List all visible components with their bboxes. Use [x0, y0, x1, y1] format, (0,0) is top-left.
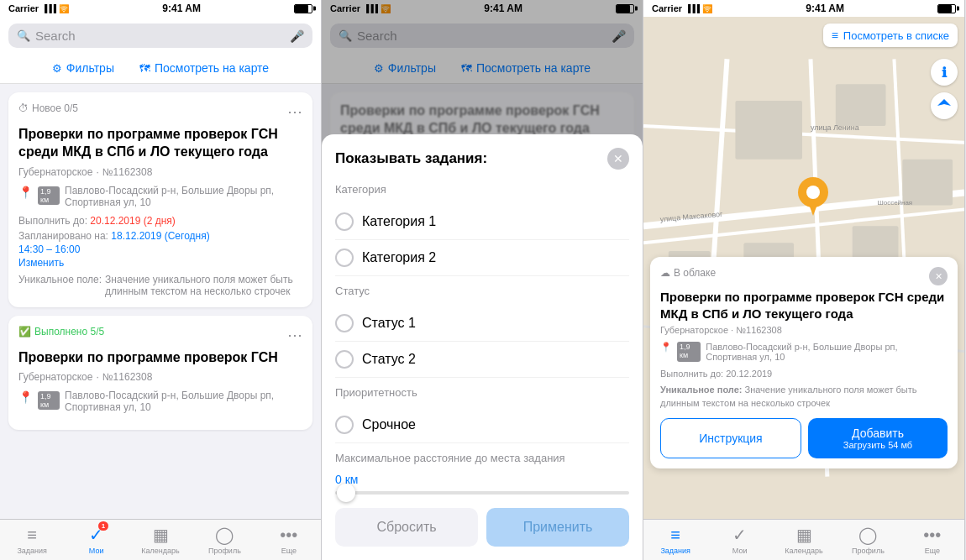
panel-3: Carrier ▐▐▐ 🛜 9:41 AM [643, 0, 965, 560]
unique-label-1: Уникальное поле: [18, 274, 102, 297]
profile-icon-1: ◯ [215, 525, 234, 545]
map-info-button[interactable]: ℹ [931, 59, 958, 86]
distance-badge-2: 1,9 км [38, 391, 60, 410]
tab-my-1[interactable]: ✓ 1 Мои [64, 525, 128, 555]
search-input-1[interactable]: Search [35, 29, 285, 43]
svg-text:Шоссейная: Шоссейная [878, 199, 913, 207]
map-info-card: ☁ В облаке ✕ Проверки по программе прове… [650, 257, 958, 468]
task-header-2: ✅ Выполнено 5/5 ⋯ [18, 326, 302, 344]
panel-2: Carrier ▐▐▐ 🛜 9:41 AM 🔍 Search 🎤 ⚙ Фильт… [322, 0, 643, 560]
calendar-icon-1: ▦ [153, 525, 169, 545]
radio-category-1 [335, 212, 354, 231]
add-button[interactable]: Добавить Загрузить 54 мб [808, 418, 948, 458]
tab-profile-1[interactable]: ◯ Профиль [192, 525, 256, 555]
filter-button-1[interactable]: ⚙ Фильтры [52, 61, 114, 75]
status-option-1[interactable]: Статус 1 [335, 306, 629, 342]
mic-icon-1[interactable]: 🎤 [290, 29, 304, 43]
reset-button[interactable]: Сбросить [335, 508, 478, 547]
tab-more-3[interactable]: ••• Еще [900, 526, 964, 555]
pin-icon-1: 📍 [18, 186, 33, 199]
task-list-1: ⏱ Новое 0/5 ⋯ Проверки по программе пров… [0, 84, 321, 519]
task-org-1: Губернаторское · №1162308 [18, 166, 302, 178]
status-option-2[interactable]: Статус 2 [335, 342, 629, 378]
add-sub-label: Загрузить 54 мб [816, 440, 939, 450]
instruction-button[interactable]: Инструкция [660, 418, 801, 458]
priority-section-label: Приоритетность [335, 386, 629, 399]
filter-icon-1: ⚙ [52, 62, 62, 75]
task-dot-1: · [96, 166, 98, 178]
urgent-label: Срочное [362, 417, 416, 432]
status-bar-1: Carrier ▐▐▐ 🛜 9:41 AM [0, 0, 321, 17]
category-1-label: Категория 1 [362, 214, 436, 229]
map-card-title: Проверки по программе проверок ГСН среди… [660, 289, 948, 322]
tab-tasks-3[interactable]: ≡ Задания [643, 526, 707, 555]
carrier-label-3: Carrier [652, 3, 682, 13]
orange-pin-svg [796, 175, 830, 217]
list-view-button[interactable]: ≡ Посмотреть в списке [823, 24, 958, 47]
task-status-1: ⏱ Новое 0/5 [18, 102, 78, 114]
map-pin-main[interactable] [796, 175, 830, 209]
map-location-button[interactable] [931, 92, 958, 119]
task-more-2[interactable]: ⋯ [287, 326, 302, 344]
tab-calendar-1[interactable]: ▦ Календарь [129, 525, 192, 555]
svg-rect-9 [836, 84, 886, 126]
more-label-3: Еще [925, 547, 940, 555]
task-status-text-2: Выполнено 5/5 [34, 326, 104, 338]
category-option-1[interactable]: Категория 1 [335, 204, 629, 240]
task-unique-1: Уникальное поле: Значение уникального по… [18, 274, 302, 297]
tab-tasks-1[interactable]: ≡ Задания [0, 526, 64, 555]
radio-category-2 [335, 249, 354, 267]
search-wrapper-1[interactable]: 🔍 Search 🎤 [8, 24, 312, 48]
tasks-label-3: Задания [660, 547, 690, 555]
task-dot-2: · [96, 371, 98, 383]
search-bar-1: 🔍 Search 🎤 [0, 17, 321, 55]
task-card-2[interactable]: ✅ Выполнено 5/5 ⋯ Проверки по программе … [8, 316, 312, 431]
modal-close-button[interactable]: ✕ [607, 148, 629, 170]
more-icon-1: ••• [280, 526, 297, 545]
distance-badge-1: 1,9 км [38, 186, 60, 205]
map-card-org: Губернаторское · №1162308 [660, 325, 948, 335]
filter-modal: Показывать задания: ✕ Категория Категори… [322, 134, 643, 560]
apply-button[interactable]: Применить [486, 508, 629, 547]
more-icon-3: ••• [923, 526, 941, 545]
signal-icon: ▐▐▐ [42, 4, 55, 13]
distance-value-label: 0 км [335, 473, 629, 486]
task-status-2: ✅ Выполнено 5/5 [18, 326, 104, 338]
signal-icon-3: ▐▐▐ [685, 4, 699, 13]
map-location-text: Павлово-Посадский р-н, Большие Дворы рп,… [706, 342, 948, 362]
distance-section-label: Максимальное расстояние до места задания [335, 452, 629, 464]
task-change-1[interactable]: Изменить [18, 257, 302, 269]
calendar-icon-3: ▦ [796, 525, 812, 545]
status-section-label: Статус [335, 285, 629, 297]
distance-slider[interactable] [335, 491, 629, 495]
map-view-button-1[interactable]: 🗺 Посмотреть на карте [139, 61, 269, 75]
list-icon: ≡ [832, 29, 838, 42]
map-view[interactable]: улица Максаковог улица Ленина Шоссейная … [643, 17, 964, 519]
tasks-icon-3: ≡ [670, 526, 680, 545]
tasks-icon-1: ≡ [27, 526, 37, 545]
more-label-1: Еще [281, 547, 297, 555]
location-arrow-icon [937, 98, 952, 113]
map-icon-1: 🗺 [139, 62, 150, 75]
cloud-icon: ☁ [660, 267, 670, 279]
status-bar-3: Carrier ▐▐▐ 🛜 9:41 AM [643, 0, 964, 17]
map-card-doc: №1162308 [736, 325, 782, 335]
task-scheduled-time-1: 14:30 – 16:00 [18, 243, 302, 255]
tab-calendar-3[interactable]: ▦ Календарь [772, 525, 836, 555]
map-card-close-button[interactable]: ✕ [929, 267, 948, 285]
tab-my-3[interactable]: ✓ Мои [707, 525, 771, 555]
task-card-1[interactable]: ⏱ Новое 0/5 ⋯ Проверки по программе пров… [8, 92, 312, 307]
svg-rect-13 [902, 160, 953, 206]
tab-bar-3: ≡ Задания ✓ Мои ▦ Календарь ◯ Профиль ••… [643, 519, 964, 560]
category-option-2[interactable]: Категория 2 [335, 240, 629, 276]
task-org-name-1: Губернаторское [18, 166, 92, 178]
priority-option-urgent[interactable]: Срочное [335, 407, 629, 443]
location-text-2: Павлово-Посадский р-н, Большие Дворы рп,… [65, 390, 302, 413]
tab-profile-3[interactable]: ◯ Профиль [836, 525, 900, 555]
map-card-org-name: Губернаторское [660, 325, 728, 335]
task-more-1[interactable]: ⋯ [287, 102, 302, 121]
wifi-icon: 🛜 [59, 4, 69, 13]
tab-more-1[interactable]: ••• Еще [257, 526, 321, 555]
calendar-label-3: Календарь [785, 547, 822, 555]
task-doc-2: №1162308 [102, 371, 153, 383]
